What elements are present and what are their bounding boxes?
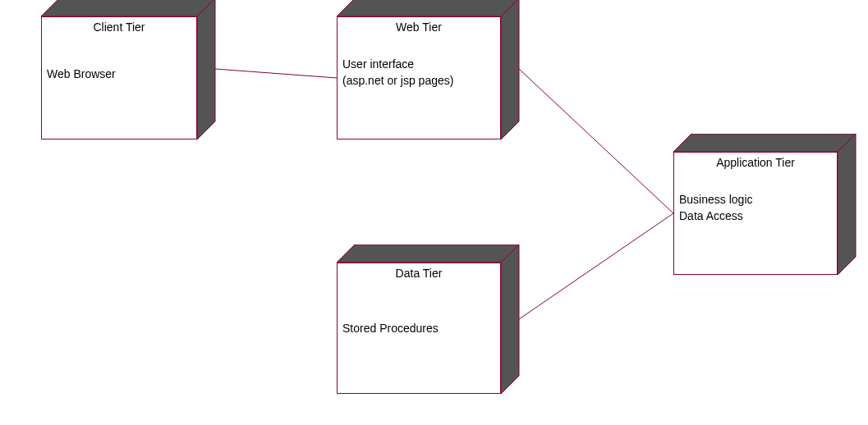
node-body: Stored Procedures [338, 321, 500, 337]
node-title: Application Tier [674, 153, 837, 169]
svg-marker-4 [197, 0, 215, 139]
node-line: Data Access [679, 208, 832, 225]
node-body: Business logic Data Access [674, 192, 837, 224]
box-top-face [337, 244, 519, 263]
node-title: Client Tier [42, 17, 196, 34]
svg-marker-9 [337, 244, 519, 263]
box-side-face [197, 0, 216, 139]
box-front-face: Web Tier User interface (asp.net or jsp … [337, 16, 501, 139]
svg-line-0 [215, 69, 337, 78]
diagram-canvas: { "colors": { "stroke": "#8A0033", "shad… [0, 0, 868, 425]
node-line: Stored Procedures [342, 321, 495, 337]
node-line: Business logic [679, 192, 832, 208]
node-line: User interface [342, 57, 495, 73]
node-web-tier: Web Tier User interface (asp.net or jsp … [337, 0, 519, 139]
box-side-face [838, 134, 857, 275]
node-line: Web Browser [47, 66, 191, 83]
box-side-face [501, 244, 520, 394]
node-application-tier: Application Tier Business logic Data Acc… [673, 134, 856, 275]
node-client-tier: Client Tier Web Browser [41, 0, 215, 139]
box-front-face: Client Tier Web Browser [41, 16, 197, 139]
svg-line-1 [519, 69, 673, 213]
node-title: Data Tier [338, 263, 500, 280]
node-body: User interface (asp.net or jsp pages) [338, 57, 500, 89]
svg-marker-6 [501, 0, 519, 139]
node-data-tier: Data Tier Stored Procedures [337, 244, 519, 394]
box-top-face [673, 134, 856, 153]
box-side-face [501, 0, 520, 139]
svg-line-2 [519, 213, 673, 319]
svg-marker-3 [41, 0, 215, 16]
node-title: Web Tier [338, 17, 500, 34]
box-front-face: Application Tier Business logic Data Acc… [673, 152, 838, 275]
box-top-face [41, 0, 215, 17]
node-body: Web Browser [42, 66, 196, 83]
box-front-face: Data Tier Stored Procedures [337, 263, 501, 394]
svg-marker-10 [501, 244, 519, 394]
svg-marker-7 [673, 134, 856, 152]
svg-marker-8 [838, 134, 856, 275]
box-top-face [337, 0, 519, 17]
svg-marker-5 [337, 0, 519, 16]
node-line: (asp.net or jsp pages) [342, 73, 495, 89]
